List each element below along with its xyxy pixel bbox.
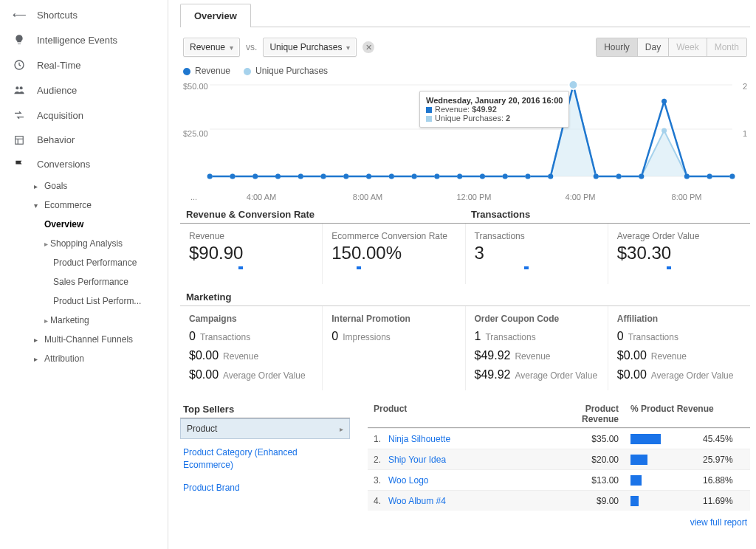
legend-label: Unique Purchases (255, 66, 328, 76)
svg-point-55 (568, 80, 577, 89)
svg-point-36 (321, 174, 326, 179)
sidebar-label: Acquisition (37, 110, 83, 121)
pct-label: 25.97% (703, 455, 733, 465)
svg-rect-3 (16, 136, 24, 144)
sidebar-sub-mcf[interactable]: ▸Multi-Channel Funnels (0, 330, 168, 349)
svg-point-53 (707, 174, 712, 179)
svg-point-2 (20, 86, 23, 89)
sidebar-sub-ecommerce[interactable]: ▾Ecommerce (0, 196, 168, 215)
top-sellers-active-dimension[interactable]: Product ▸ (180, 418, 350, 439)
metric1-selector[interactable]: Revenue▾ (183, 38, 240, 57)
mk-line: 0Transactions (189, 327, 313, 346)
mk-line: $0.00Revenue (189, 346, 313, 365)
granularity-day[interactable]: Day (637, 38, 668, 56)
product-name: Woo Logo (388, 475, 429, 486)
tooltip-swatch-icon (426, 116, 432, 122)
top-sellers-link-brand[interactable]: Product Brand (180, 474, 350, 497)
chart-x-axis: ... 4:00 AM 8:00 AM 12:00 PM 4:00 PM 8:0… (183, 191, 747, 206)
clock-icon (12, 59, 27, 71)
mk-line: $49.92Revenue (475, 346, 599, 365)
top-sellers-panel: Top Sellers Product ▸ Product Category (… (180, 401, 350, 534)
sidebar-item-acquisition[interactable]: Acquisition (0, 103, 168, 128)
metric-value: $30.30 (617, 241, 741, 263)
sidebar-sub-marketing[interactable]: ▸Marketing (0, 311, 168, 330)
mk-line: 0Impressions (331, 327, 456, 346)
mk-num: $0.00 (189, 368, 219, 381)
tabbar: Overview (180, 3, 750, 27)
chart-area: $50.00 $25.00 2 1 Wednesday, January 20,… (180, 80, 750, 206)
product-link[interactable]: 1.Ninja Silhouette (368, 434, 543, 444)
sidebar-item-behavior[interactable]: Behavior (0, 128, 168, 152)
granularity-hourly[interactable]: Hourly (597, 38, 637, 56)
product-revenue: $13.00 (543, 475, 625, 486)
vs-label: vs. (246, 42, 257, 52)
sidebar-sub-label: Sales Performance (53, 277, 128, 287)
x-tick: 8:00 AM (315, 193, 421, 201)
chart-legend: Revenue Unique Purchases (180, 63, 750, 80)
granularity-week: Week (668, 38, 706, 56)
sidebar-item-audience[interactable]: Audience (0, 77, 168, 103)
marketing-card: Order Coupon Code1Transactions$49.92Reve… (466, 306, 608, 390)
gbtn-label: Month (715, 42, 739, 52)
chart-controls: Revenue▾ vs. Unique Purchases▾ ✕ Hourly … (180, 27, 750, 63)
product-pct-cell: 25.97% (625, 455, 750, 465)
sidebar-sub-product-performance[interactable]: Product Performance (0, 253, 168, 272)
sidebar-label: Real-Time (37, 60, 80, 71)
svg-point-52 (684, 174, 690, 179)
product-link[interactable]: 4.Woo Album #4 (368, 496, 543, 506)
tooltip-value: $49.92 (472, 105, 497, 114)
row-index: 3. (374, 475, 388, 486)
sidebar-sub-label: Ecommerce (44, 200, 92, 210)
remove-metric-button[interactable]: ✕ (362, 41, 374, 53)
product-table-head: Product Product Revenue % Product Revenu… (368, 401, 750, 428)
mk-num: 0 (617, 330, 624, 343)
mk-lab: Revenue (515, 351, 550, 362)
svg-point-43 (480, 174, 485, 179)
row-index: 2. (374, 455, 388, 465)
ts-active-label: Product (187, 424, 217, 434)
tab-overview[interactable]: Overview (180, 4, 251, 27)
product-link[interactable]: 3.Woo Logo (368, 475, 543, 486)
caret-down-icon: ▾ (34, 201, 41, 210)
sidebar-sub-shopping-analysis[interactable]: ▸Shopping Analysis (0, 234, 168, 253)
sidebar-sub-label: Overview (44, 219, 83, 229)
mk-lab: Average Order Value (223, 370, 306, 381)
people-icon (12, 84, 27, 96)
sidebar-sub-label: Attribution (44, 353, 84, 364)
sidebar-sub-goals[interactable]: ▸Goals (0, 176, 168, 196)
x-tick: 4:00 PM (527, 193, 633, 201)
svg-point-41 (434, 174, 439, 179)
sidebar-sub-attribution[interactable]: ▸Attribution (0, 349, 168, 368)
sidebar-item-conversions[interactable]: Conversions (0, 152, 168, 176)
sidebar-sub-overview[interactable]: Overview (0, 215, 168, 234)
gbtn-label: Day (645, 42, 661, 52)
sidebar-item-intelligence[interactable]: Intelligence Events (0, 27, 168, 52)
mk-line: $0.00Average Order Value (617, 365, 741, 384)
view-full-report-row: view full report (368, 511, 750, 534)
product-pct-cell: 45.45% (625, 434, 750, 444)
sidebar-sub-label: Product List Perform... (53, 296, 141, 306)
x-tick: 4:00 AM (208, 193, 315, 201)
product-table: Product Product Revenue % Product Revenu… (368, 401, 750, 534)
metric2-selector[interactable]: Unique Purchases▾ (263, 38, 357, 57)
metric-card-transactions: Transactions 3 (466, 224, 608, 284)
x-tick: 12:00 PM (421, 193, 527, 201)
summary-metrics-row: Revenue $90.90 Ecommerce Conversion Rate… (180, 224, 750, 284)
bar-chart-mini (630, 496, 697, 506)
product-link[interactable]: 2.Ship Your Idea (368, 455, 543, 465)
table-row: 3.Woo Logo $13.00 16.88% (368, 469, 750, 490)
sidebar-sub-sales-performance[interactable]: Sales Performance (0, 272, 168, 291)
svg-point-27 (662, 128, 667, 134)
sparkline (617, 266, 741, 271)
sidebar-item-realtime[interactable]: Real-Time (0, 52, 168, 77)
sidebar-item-shortcuts[interactable]: ⟵ Shortcuts (0, 3, 168, 27)
svg-point-35 (298, 174, 303, 179)
gbtn-label: Week (676, 42, 698, 52)
mk-head: Affiliation (617, 311, 741, 327)
view-full-report-link[interactable]: view full report (690, 517, 747, 528)
sidebar-sub-product-list-perf[interactable]: Product List Perform... (0, 291, 168, 311)
section-head-transactions: Transactions (465, 206, 750, 223)
top-sellers-link-category[interactable]: Product Category (Enhanced Ecommerce) (180, 439, 350, 474)
metrics-section-heads: Revenue & Conversion Rate Transactions (180, 206, 750, 224)
table-row: 2.Ship Your Idea $20.00 25.97% (368, 449, 750, 469)
